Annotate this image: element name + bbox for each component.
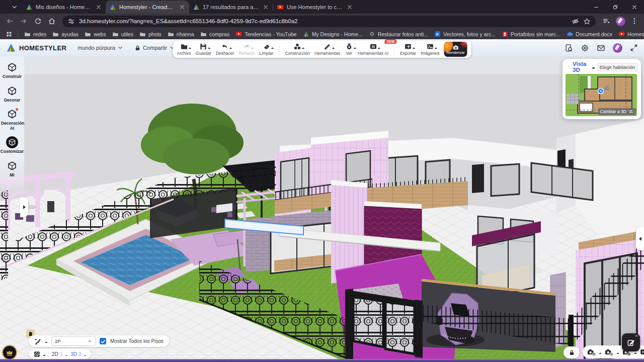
toolbar-guardar[interactable]: Guardar bbox=[196, 43, 211, 56]
bookmark-link[interactable]: Document.docx bbox=[564, 31, 615, 37]
home-button[interactable] bbox=[45, 15, 58, 28]
bookmark-link[interactable]: Homestyler-How to... bbox=[616, 31, 644, 37]
note-pencil-icon bbox=[627, 338, 635, 347]
mode-3d-button[interactable]: 3D 3 bbox=[70, 351, 81, 357]
apps-grid-icon[interactable] bbox=[4, 29, 14, 39]
switch-to-3d-button[interactable]: Cambiar a 3D bbox=[598, 108, 636, 115]
homestyler-logo-icon bbox=[6, 43, 16, 53]
close-tab-icon[interactable] bbox=[95, 4, 102, 11]
tab-title: Use Homestyler to create a efre bbox=[287, 4, 343, 10]
left-panel-expander[interactable] bbox=[20, 197, 28, 217]
bookmarks-bar: redes ayudas webs utiles phots rihanna c… bbox=[0, 29, 644, 39]
sidebar-item-decoracion-ai[interactable]: Decoración AI bbox=[0, 108, 24, 131]
fit-view-icon[interactable] bbox=[640, 348, 644, 356]
toolbar-limpiar[interactable]: Limpiar bbox=[260, 43, 274, 56]
browser-tab[interactable]: 17 resultados para ayuda ideas bbox=[189, 1, 273, 14]
toolbar-rehacer: Rehacer bbox=[238, 43, 255, 56]
site-settings-icon[interactable] bbox=[67, 18, 75, 25]
project-name-dropdown[interactable]: mundo púrpura bbox=[77, 45, 123, 51]
url-text[interactable]: 3d.homestyler.com/?lang=es_ES&assetId=c6… bbox=[79, 18, 568, 24]
reading-mode-icon[interactable] bbox=[572, 18, 579, 25]
right-panel-expander[interactable] bbox=[636, 227, 644, 250]
3d-viewport[interactable] bbox=[0, 39, 644, 362]
floor-value: 2P bbox=[55, 338, 61, 344]
close-window-button[interactable] bbox=[625, 0, 644, 14]
sidebar-item-customizar[interactable]: Customizar bbox=[0, 136, 24, 154]
bookmark-folder[interactable]: webs bbox=[82, 31, 109, 37]
minimize-button[interactable] bbox=[587, 0, 606, 14]
vip-crown-button[interactable] bbox=[2, 345, 17, 360]
address-bar[interactable]: 3d.homestyler.com/?lang=es_ES&assetId=c6… bbox=[62, 16, 596, 27]
close-tab-icon[interactable] bbox=[179, 4, 186, 11]
toolbar-exportar[interactable]: Exportar bbox=[400, 43, 416, 56]
show-all-floors-checkbox[interactable] bbox=[100, 338, 106, 344]
back-button[interactable] bbox=[3, 15, 16, 28]
add-camera-icon[interactable] bbox=[587, 348, 596, 356]
fullscreen-icon[interactable] bbox=[630, 44, 638, 52]
bookmark-folder[interactable]: compras bbox=[198, 31, 232, 37]
close-tab-icon[interactable] bbox=[346, 4, 353, 11]
tutorial-search-icon[interactable] bbox=[565, 44, 573, 52]
dismiss-icon[interactable] bbox=[634, 334, 638, 338]
toolbar-deshacer[interactable]: Deshacer bbox=[216, 43, 234, 56]
profile-avatar[interactable] bbox=[614, 15, 627, 28]
bookmark-star-icon[interactable] bbox=[583, 18, 591, 25]
bookmark-folder[interactable]: ayudas bbox=[50, 31, 81, 37]
close-tab-icon[interactable] bbox=[262, 4, 269, 11]
floor-select[interactable]: 2P bbox=[51, 336, 96, 346]
save-icon bbox=[200, 43, 207, 50]
toolbar-herramientas[interactable]: Herramientas bbox=[314, 43, 340, 56]
sidebar-item-mi[interactable]: Mi bbox=[0, 160, 24, 178]
maximize-button[interactable] bbox=[606, 0, 625, 14]
bookmark-link[interactable]: Vectores, fotos y arc... bbox=[432, 31, 498, 37]
camera-settings-icon[interactable] bbox=[605, 348, 613, 356]
floor-controls: 2P Mostrar Todos los Pisos bbox=[29, 335, 169, 347]
share-dropdown[interactable]: Compartir bbox=[134, 45, 175, 51]
bookmark-folder[interactable]: rihanna bbox=[165, 31, 197, 37]
floors-icon[interactable] bbox=[34, 338, 41, 345]
reload-button[interactable] bbox=[31, 15, 44, 28]
tab-title: Homestyler - Creador de plano bbox=[119, 4, 176, 10]
media-queue-icon[interactable] bbox=[600, 15, 613, 28]
forward-button[interactable] bbox=[17, 15, 30, 28]
bookmark-folder[interactable]: utiles bbox=[110, 31, 136, 37]
avatar bbox=[616, 17, 625, 26]
bookmark-link[interactable]: Portafotos sin marc... bbox=[499, 31, 563, 37]
eraser-icon bbox=[263, 43, 270, 50]
bookmark-folder[interactable]: redes bbox=[22, 31, 49, 37]
view-mode-switch: 2D 1 3D 3 bbox=[29, 349, 91, 359]
homestyler-logo[interactable]: HOMESTYLER bbox=[6, 43, 66, 53]
toolbar-imagenes[interactable]: Imágenes bbox=[421, 43, 439, 56]
browser-tab[interactable]: Use Homestyler to create a efre bbox=[273, 1, 357, 14]
render-button[interactable]: Renderizar bbox=[444, 42, 467, 57]
view-mode-dropdown[interactable]: Vista 3D bbox=[566, 61, 590, 73]
folder-icon bbox=[180, 43, 188, 50]
feedback-note-button[interactable] bbox=[622, 333, 640, 351]
mail-icon[interactable] bbox=[597, 44, 605, 52]
browser-menu-icon[interactable] bbox=[628, 15, 641, 28]
bookmark-link[interactable]: My Designs - Home... bbox=[300, 31, 365, 37]
toolbar-herramientas-ai[interactable]: NEW Herramientas AI bbox=[358, 43, 388, 56]
bookmark-folder[interactable]: phots bbox=[137, 31, 164, 37]
browser-tab[interactable]: Mis diseños - Homestyler bbox=[22, 1, 106, 14]
browser-tab-active[interactable]: Homestyler - Creador de plano bbox=[106, 1, 189, 14]
main-toolbar: Archivo Guardar Deshacer Rehacer Limpiar… bbox=[173, 41, 471, 58]
toolbar-ver[interactable]: Ver bbox=[345, 43, 353, 56]
camera-icon bbox=[452, 44, 459, 51]
mode-2d-button[interactable]: 2D 1 bbox=[52, 351, 62, 357]
decorate-cube-icon bbox=[7, 86, 17, 96]
style-hatch-icon[interactable] bbox=[34, 351, 40, 357]
account-avatar[interactable] bbox=[613, 43, 622, 53]
bookmark-link[interactable]: Tendencias - YouTube bbox=[233, 31, 299, 37]
undo-icon bbox=[221, 43, 229, 50]
toolbar-construccion[interactable]: Construcción bbox=[285, 43, 310, 56]
floorplan-minimap[interactable]: Cambiar a 3D bbox=[566, 74, 637, 116]
sidebar-item-construir[interactable]: Construir bbox=[0, 61, 24, 79]
tab-search-button[interactable] bbox=[7, 1, 22, 14]
settings-gear-icon[interactable] bbox=[581, 44, 589, 52]
bookmark-link[interactable]: Restaurar fotos anti... bbox=[366, 31, 431, 37]
toolbar-archivo[interactable]: Archivo bbox=[177, 43, 191, 56]
camera-lock-button[interactable] bbox=[564, 346, 580, 358]
choose-room-button[interactable]: Elegir habitación bbox=[597, 63, 638, 71]
sidebar-item-decorar[interactable]: Decorar bbox=[0, 85, 24, 103]
